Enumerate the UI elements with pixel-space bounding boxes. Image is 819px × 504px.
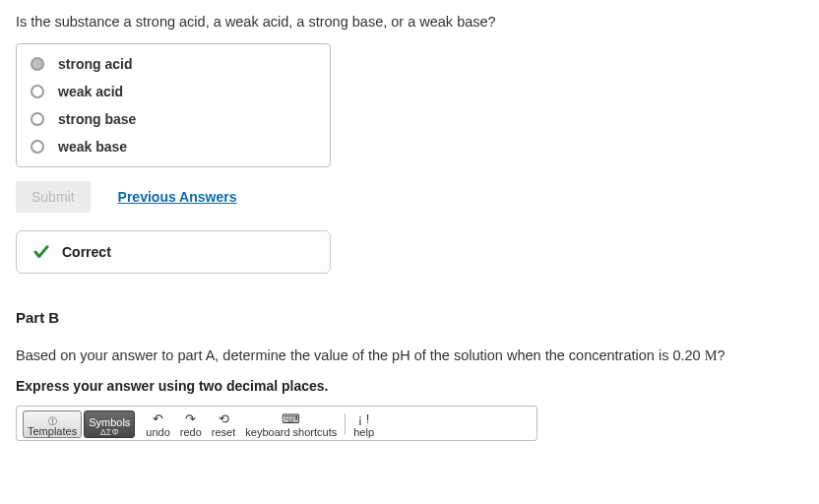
part-b-question: Based on your answer to part A, determin…: [16, 347, 803, 364]
template-glyph-icon: ⓣ: [48, 417, 57, 426]
radio-icon: [31, 57, 44, 71]
choice-label: weak base: [58, 139, 127, 155]
previous-answers-link[interactable]: Previous Answers: [118, 189, 237, 205]
choice-label: strong base: [58, 111, 136, 127]
check-icon: [32, 243, 50, 261]
choice-group: strong acid weak acid strong base weak b…: [16, 43, 331, 167]
help-label: help: [353, 427, 374, 438]
unit-molar: M: [705, 347, 718, 363]
radio-icon: [31, 85, 44, 98]
help-button[interactable]: ¡ ! help: [349, 410, 378, 438]
redo-label: redo: [180, 427, 202, 438]
equation-editor[interactable]: ⓣ Templates Symbols ΔΣΦ ↶ undo ↷ redo ⟲ …: [16, 406, 537, 441]
choice-strong-acid[interactable]: strong acid: [17, 50, 330, 78]
templates-label: Templates: [28, 426, 77, 437]
help-icon: ¡ !: [358, 412, 370, 425]
part-b-heading: Part B: [16, 309, 803, 326]
keyboard-label: keyboard shortcuts: [245, 427, 337, 438]
toolbar-separator: [345, 413, 346, 435]
part-b-question-suffix: ?: [718, 347, 725, 363]
redo-button[interactable]: ↷ redo: [176, 410, 206, 438]
feedback-correct: Correct: [16, 230, 331, 274]
keyboard-shortcuts-button[interactable]: ⌨ keyboard shortcuts: [241, 410, 341, 438]
choice-label: weak acid: [58, 84, 123, 99]
choice-label: strong acid: [58, 56, 132, 72]
choice-weak-acid[interactable]: weak acid: [17, 78, 330, 105]
redo-icon: ↷: [185, 412, 196, 425]
choice-weak-base[interactable]: weak base: [17, 133, 330, 160]
templates-tab[interactable]: ⓣ Templates: [23, 410, 82, 438]
radio-icon: [31, 112, 44, 126]
radio-icon: [31, 140, 44, 154]
choice-strong-base[interactable]: strong base: [17, 105, 330, 133]
submit-button[interactable]: Submit: [16, 181, 91, 213]
reset-icon: ⟲: [219, 412, 229, 425]
symbols-glyph-icon: ΔΣΦ: [100, 428, 119, 437]
keyboard-icon: ⌨: [282, 412, 300, 425]
part-a-question: Is the substance a strong acid, a weak a…: [16, 14, 803, 30]
action-row: Submit Previous Answers: [16, 181, 803, 213]
part-b-question-prefix: Based on your answer to part A, determin…: [16, 347, 705, 363]
reset-label: reset: [212, 427, 235, 438]
feedback-text: Correct: [62, 244, 111, 260]
editor-toolbar: ⓣ Templates Symbols ΔΣΦ ↶ undo ↷ redo ⟲ …: [23, 410, 531, 438]
undo-icon: ↶: [153, 412, 163, 425]
undo-button[interactable]: ↶ undo: [142, 410, 173, 438]
answer-instruction: Express your answer using two decimal pl…: [16, 378, 803, 394]
undo-label: undo: [146, 427, 169, 438]
symbols-tab[interactable]: Symbols ΔΣΦ: [84, 410, 135, 438]
reset-button[interactable]: ⟲ reset: [208, 410, 239, 438]
